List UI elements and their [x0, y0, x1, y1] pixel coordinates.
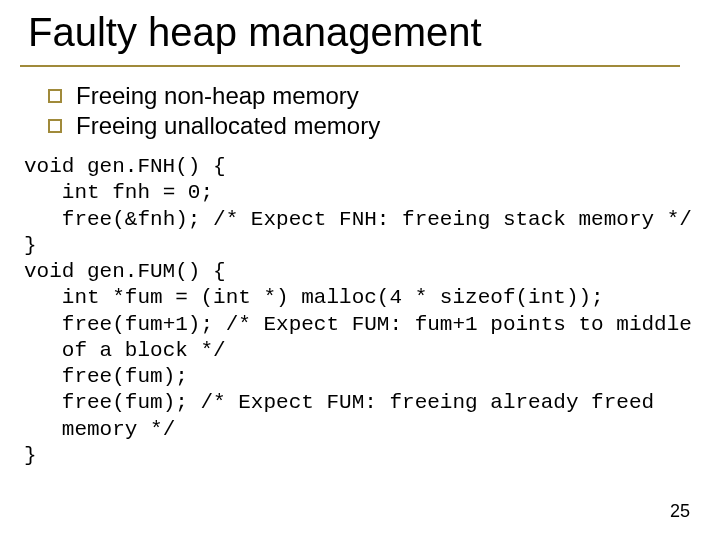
title-area: Faulty heap management [20, 10, 700, 67]
square-bullet-icon [48, 89, 62, 103]
bullet-text: Freeing unallocated memory [76, 112, 380, 140]
code-block: void gen.FNH() { int fnh = 0; free(&fnh)… [24, 154, 696, 469]
list-item: Freeing non-heap memory [48, 82, 380, 110]
list-item: Freeing unallocated memory [48, 112, 380, 140]
title-underline [20, 65, 680, 67]
square-bullet-icon [48, 119, 62, 133]
bullet-list: Freeing non-heap memory Freeing unalloca… [48, 80, 380, 142]
slide-number: 25 [670, 501, 690, 522]
slide-title: Faulty heap management [20, 10, 700, 61]
slide: Faulty heap management Freeing non-heap … [0, 0, 720, 540]
bullet-text: Freeing non-heap memory [76, 82, 359, 110]
